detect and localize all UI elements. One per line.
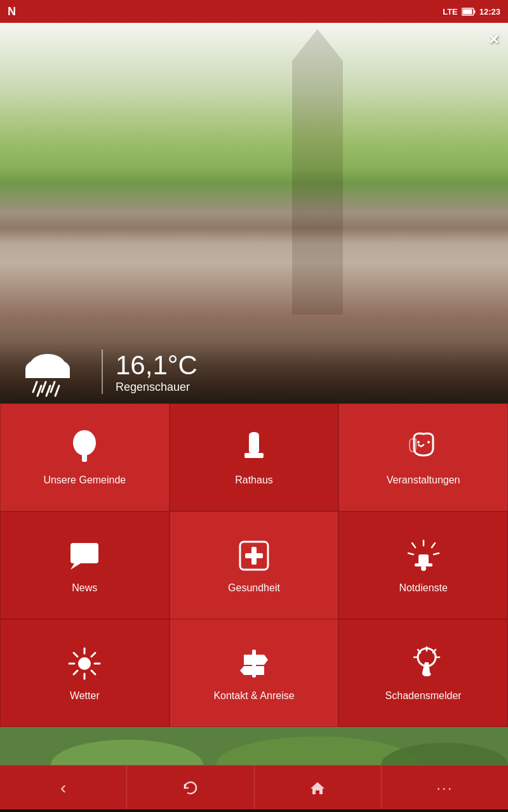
- svg-marker-59: [311, 782, 324, 794]
- close-button[interactable]: ×: [489, 29, 499, 49]
- svg-line-12: [37, 386, 41, 396]
- svg-rect-2: [462, 9, 472, 14]
- notdienste-label: Notdienste: [399, 582, 448, 594]
- kontakt-anreise-label: Kontakt & Anreise: [213, 690, 294, 702]
- unsere-gemeinde-label: Unsere Gemeinde: [43, 475, 126, 486]
- svg-line-33: [412, 543, 415, 547]
- svg-point-37: [78, 657, 91, 670]
- theater-icon: [404, 429, 443, 467]
- svg-line-11: [51, 382, 55, 392]
- svg-marker-47: [244, 655, 268, 665]
- svg-rect-17: [244, 453, 264, 458]
- svg-marker-4: [292, 29, 343, 61]
- weather-divider: [102, 350, 103, 394]
- grid-item-schadensmelder[interactable]: Schadensmelder: [338, 619, 508, 727]
- landscape-strip-svg: [0, 727, 508, 765]
- svg-line-34: [432, 543, 435, 547]
- svg-point-21: [427, 441, 430, 443]
- gesundheit-label: Gesundheit: [228, 582, 280, 594]
- weather-overlay: 16,1°C Regenschauer: [0, 340, 508, 403]
- grid-item-wetter[interactable]: Wetter: [0, 619, 170, 727]
- nav-bar: ‹ ···: [0, 765, 508, 809]
- svg-line-13: [46, 386, 50, 396]
- rathaus-label: Rathaus: [235, 475, 273, 486]
- svg-rect-28: [245, 553, 263, 558]
- grid-item-rathaus[interactable]: Rathaus: [170, 403, 339, 511]
- svg-point-31: [421, 566, 426, 571]
- svg-marker-23: [70, 563, 81, 570]
- grid-item-gesundheit[interactable]: Gesundheit: [170, 511, 339, 619]
- svg-rect-3: [292, 61, 343, 315]
- svg-line-10: [42, 382, 46, 392]
- rain-cloud-icon: [19, 346, 76, 397]
- sun-icon: [65, 645, 104, 683]
- weather-description: Regenschauer: [116, 381, 197, 394]
- svg-rect-8: [25, 369, 70, 378]
- stamp-icon: [235, 429, 273, 467]
- battery-icon: [462, 8, 476, 16]
- grid-item-veranstaltungen[interactable]: Veranstaltungen: [338, 403, 508, 511]
- nav-refresh-button[interactable]: [127, 766, 254, 809]
- grid-item-unsere-gemeinde[interactable]: Unsere Gemeinde: [0, 403, 170, 511]
- chat-icon: [65, 537, 104, 575]
- wetter-label: Wetter: [70, 690, 100, 702]
- schadensmelder-label: Schadensmelder: [385, 690, 462, 702]
- weather-info: 16,1°C Regenschauer: [116, 350, 197, 394]
- refresh-icon: [182, 780, 199, 796]
- svg-line-43: [91, 671, 95, 674]
- svg-line-45: [74, 671, 77, 674]
- news-label: News: [72, 582, 97, 594]
- temperature: 16,1°C: [116, 350, 197, 381]
- svg-point-20: [417, 441, 420, 443]
- grid-item-kontakt-anreise[interactable]: Kontakt & Anreise: [170, 619, 339, 727]
- svg-line-35: [408, 553, 413, 554]
- svg-rect-24: [75, 548, 94, 551]
- svg-marker-48: [240, 666, 264, 675]
- svg-line-44: [91, 653, 95, 657]
- tree-icon: [65, 429, 104, 467]
- android-nav-bar: ◁ ○ □: [0, 809, 508, 812]
- status-bar: N LTE 12:23: [0, 0, 508, 23]
- grid-item-notdienste[interactable]: Notdienste: [338, 511, 508, 619]
- nav-home-button[interactable]: [255, 766, 382, 809]
- clock: 12:23: [479, 7, 500, 16]
- veranstaltungen-label: Veranstaltungen: [387, 475, 460, 486]
- grid-item-news[interactable]: News: [0, 511, 170, 619]
- bottom-landscape-strip: [0, 727, 508, 765]
- app-logo: N: [8, 5, 16, 18]
- weather-icon-area: [19, 346, 76, 397]
- home-icon: [309, 780, 326, 796]
- svg-rect-25: [75, 553, 89, 556]
- pointer-icon: [404, 645, 443, 683]
- signal-indicator: LTE: [443, 7, 458, 16]
- grid-menu: Unsere Gemeinde Rathaus Veranstaltungen: [0, 403, 508, 727]
- svg-point-15: [73, 430, 96, 455]
- hero-image: × 16,1°C Regenschauer: [0, 23, 508, 403]
- svg-line-9: [33, 382, 37, 392]
- alarm-icon: [404, 537, 443, 575]
- svg-line-42: [74, 653, 77, 657]
- medical-icon: [235, 537, 273, 575]
- nav-more-button[interactable]: ···: [382, 766, 508, 809]
- svg-line-36: [434, 553, 439, 554]
- svg-line-14: [55, 386, 59, 396]
- svg-point-19: [249, 432, 259, 438]
- signpost-icon: [235, 645, 273, 683]
- nav-back-button[interactable]: ‹: [0, 766, 127, 809]
- svg-rect-16: [82, 453, 87, 462]
- svg-rect-1: [474, 10, 475, 13]
